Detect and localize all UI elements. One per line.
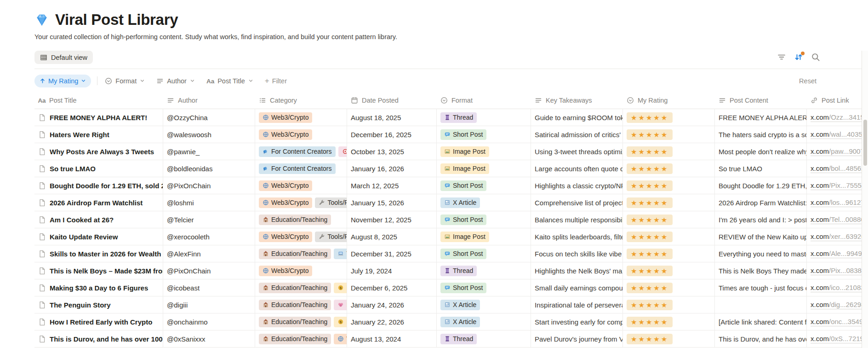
cell-author[interactable]: @Telcier: [163, 211, 255, 228]
cell-my-rating[interactable]: ★★★★★: [623, 109, 715, 126]
cell-author[interactable]: @0xSanixxx: [163, 331, 255, 348]
cell-format[interactable]: X Article: [437, 296, 531, 313]
cell-post-content[interactable]: I'm 26 years old and I: > post da: [715, 211, 807, 228]
cell-post-content[interactable]: 2026 Airdrop Farm Watchlist: Pr: [715, 194, 807, 211]
cell-post-link[interactable]: x.com/Ale...994930: [807, 245, 868, 262]
cell-post-link[interactable]: x.com/Tel...008866: [807, 211, 868, 228]
column-header[interactable]: Category: [255, 92, 347, 109]
cell-post-title[interactable]: Why Posts Are Always 3 Tweets: [34, 143, 163, 160]
cell-post-link[interactable]: x.com/ico...210833: [807, 279, 868, 296]
cell-post-content[interactable]: This is Nelk Boys They made $2: [715, 262, 807, 279]
table-row[interactable]: Haters Were Right @waleswoosh Web3/Crypt…: [34, 126, 868, 143]
cell-category[interactable]: Web3/CryptoTools/F: [255, 228, 347, 245]
cell-post-content[interactable]: Everything you need to master: [715, 245, 807, 262]
cell-post-link[interactable]: x.com/Ozz...341512: [807, 109, 868, 126]
cell-post-content[interactable]: So true LMAO: [715, 160, 807, 177]
table-row[interactable]: This is Nelk Boys – Made $23M from the @…: [34, 262, 868, 279]
filter-lines-icon[interactable]: [777, 52, 786, 62]
cell-author[interactable]: @icobeast: [163, 279, 255, 296]
cell-my-rating[interactable]: ★★★★★: [623, 279, 715, 296]
cell-format[interactable]: Short Post: [437, 211, 531, 228]
column-header[interactable]: Format: [437, 92, 531, 109]
cell-date-posted[interactable]: December 31, 2025: [347, 245, 437, 262]
column-header[interactable]: My Rating: [623, 92, 715, 109]
cell-my-rating[interactable]: ★★★★★: [623, 177, 715, 194]
post-link[interactable]: x.com/xer...639269: [811, 232, 868, 241]
cell-key-takeaways[interactable]: Guide to earning $ROOM token: [531, 109, 623, 126]
cell-post-title[interactable]: Bought Doodle for 1.29 ETH, sold 2.82 E: [34, 177, 163, 194]
cell-my-rating[interactable]: ★★★★★: [623, 228, 715, 245]
post-link[interactable]: x.com/wal...403541: [811, 130, 868, 139]
cell-post-link[interactable]: x.com/xer...639269: [807, 228, 868, 245]
cell-date-posted[interactable]: January 15, 2026: [347, 194, 437, 211]
reset-button[interactable]: Reset: [799, 77, 817, 85]
cell-my-rating[interactable]: ★★★★★: [623, 160, 715, 177]
post-link[interactable]: x.com/Pix...755583: [811, 181, 868, 190]
cell-post-content[interactable]: Times are tough - just focus on: [715, 279, 807, 296]
cell-key-takeaways[interactable]: Kaito splits leaderboards, filters: [531, 228, 623, 245]
cell-category[interactable]: Education/TeachingW: [255, 331, 347, 348]
cell-category[interactable]: Web3/Crypto: [255, 126, 347, 143]
add-filter-button[interactable]: + Filter: [265, 77, 287, 85]
cell-author[interactable]: @waleswoosh: [163, 126, 255, 143]
cell-format[interactable]: Short Post: [437, 126, 531, 143]
post-link[interactable]: x.com/paw...900773: [811, 147, 868, 156]
cell-my-rating[interactable]: ★★★★★: [623, 296, 715, 313]
post-link[interactable]: x.com/Ozz...341512: [811, 113, 868, 122]
cell-post-link[interactable]: x.com/dig...262984: [807, 296, 868, 313]
cell-post-title[interactable]: Skills to Master in 2026 for Wealth: [34, 245, 163, 262]
cell-key-takeaways[interactable]: Highlights the Nelk Boys' massi: [531, 262, 623, 279]
cell-post-content[interactable]: [Article link shared: Content foc: [715, 313, 807, 331]
cell-category[interactable]: Web3/CryptoTools/F: [255, 194, 347, 211]
table-row[interactable]: 2026 Airdrop Farm Watchlist @loshmi Web3…: [34, 194, 868, 211]
cell-category[interactable]: Education/Teaching$F: [255, 313, 347, 331]
post-link[interactable]: x.com/0xS...721964: [811, 335, 868, 343]
table-row[interactable]: Skills to Master in 2026 for Wealth @Ale…: [34, 245, 868, 262]
cell-key-takeaways[interactable]: Focus on tech skills like vibe co: [531, 245, 623, 262]
column-header[interactable]: Aa Post Title: [34, 92, 163, 109]
cell-post-title[interactable]: 2026 Airdrop Farm Watchlist: [34, 194, 163, 211]
cell-key-takeaways[interactable]: Balances multiple responsibilitie: [531, 211, 623, 228]
table-row[interactable]: This is Durov, and he has over 100 child…: [34, 331, 868, 348]
cell-category[interactable]: Web3/Crypto: [255, 109, 347, 126]
cell-date-posted[interactable]: August 8, 2025: [347, 228, 437, 245]
cell-date-posted[interactable]: August 13, 2024: [347, 331, 437, 348]
cell-my-rating[interactable]: ★★★★★: [623, 211, 715, 228]
cell-key-takeaways[interactable]: Small daily earnings compound: [531, 279, 623, 296]
post-link[interactable]: x.com/los...961270: [811, 198, 868, 207]
cell-post-content[interactable]: This is Durov, and he has over 1: [715, 331, 807, 348]
cell-date-posted[interactable]: January 16, 2026: [347, 160, 437, 177]
cell-my-rating[interactable]: ★★★★★: [623, 194, 715, 211]
cell-author[interactable]: @PixOnChain: [163, 177, 255, 194]
cell-post-link[interactable]: x.com/bol...485629: [807, 160, 868, 177]
cell-format[interactable]: X Article: [437, 194, 531, 211]
sort-chip-my-rating[interactable]: My Rating: [34, 75, 91, 87]
cell-post-title[interactable]: The Penguin Story: [34, 296, 163, 313]
cell-category[interactable]: Education/Teaching$F: [255, 279, 347, 296]
table-row[interactable]: FREE MONEY ALPHA ALERT! @OzzyChina Web3/…: [34, 109, 868, 126]
table-row[interactable]: How I Retired Early with Crypto @onchain…: [34, 313, 868, 331]
cell-post-link[interactable]: x.com/Pix...755583: [807, 177, 868, 194]
cell-format[interactable]: Thread: [437, 262, 531, 279]
cell-date-posted[interactable]: July 19, 2024: [347, 262, 437, 279]
cell-format[interactable]: X Article: [437, 313, 531, 331]
cell-author[interactable]: @pawnie_: [163, 143, 255, 160]
cell-post-title[interactable]: Haters Were Right: [34, 126, 163, 143]
cell-category[interactable]: For Content Creators: [255, 160, 347, 177]
cell-post-title[interactable]: How I Retired Early with Crypto: [34, 313, 163, 331]
cell-key-takeaways[interactable]: Inspirational tale of perseveranc: [531, 296, 623, 313]
cell-key-takeaways[interactable]: Satirical admission of critics' acc: [531, 126, 623, 143]
cell-date-posted[interactable]: November 12, 2025: [347, 211, 437, 228]
cell-post-title[interactable]: So true LMAO: [34, 160, 163, 177]
cell-author[interactable]: @loshmi: [163, 194, 255, 211]
post-link[interactable]: x.com/Ale...994930: [811, 249, 868, 258]
cell-category[interactable]: Education/TeachingT: [255, 245, 347, 262]
table-row[interactable]: Bought Doodle for 1.29 ETH, sold 2.82 E …: [34, 177, 868, 194]
cell-date-posted[interactable]: January 22, 2026: [347, 313, 437, 331]
cell-my-rating[interactable]: ★★★★★: [623, 331, 715, 348]
cell-category[interactable]: Web3/Crypto: [255, 177, 347, 194]
cell-post-link[interactable]: x.com/0xS...721964: [807, 331, 868, 348]
sort-arrows-icon[interactable]: [794, 52, 803, 62]
cell-post-title[interactable]: This is Durov, and he has over 100 child: [34, 331, 163, 348]
cell-date-posted[interactable]: March 12, 2025: [347, 177, 437, 194]
